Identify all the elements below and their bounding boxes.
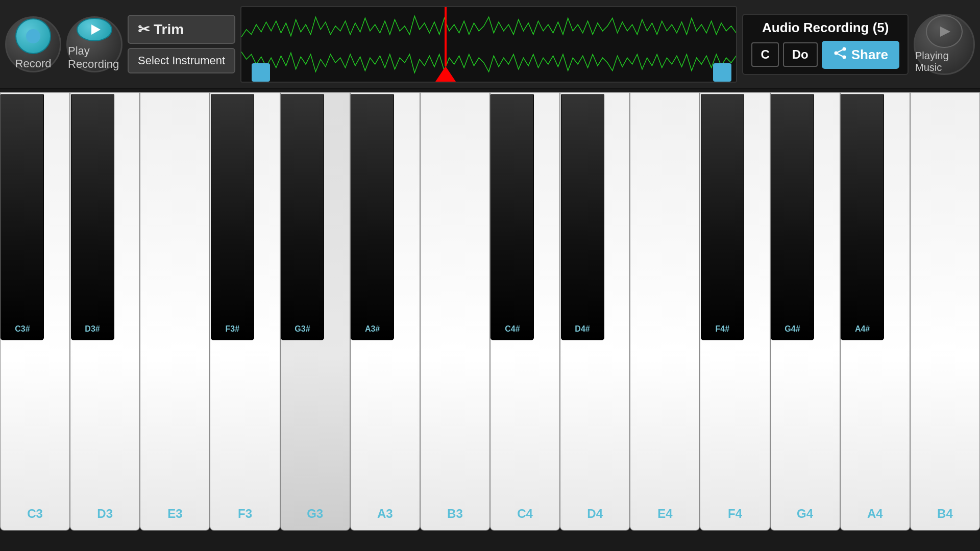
piano-container: C3D3E3F3G3A3B3C4D4E4F4G4A4B4C3#D3#F3#G3#… [0,89,980,538]
black-key-label-G4s: G4# [785,324,800,334]
record-icon [15,18,51,54]
black-key-label-G3s: G3# [295,324,310,334]
white-key-B3[interactable]: B3 [420,92,490,531]
share-icon [833,46,847,64]
playing-music-label: Playing Music [915,50,973,73]
white-key-label-F4: F4 [728,507,742,521]
black-key-D3s[interactable]: D3# [71,94,114,340]
top-bar: Record Play Recording ✂ Trim Select Inst… [0,0,980,89]
black-key-F3s[interactable]: F3# [211,94,254,340]
playing-music-button[interactable]: Playing Music [914,14,975,75]
white-key-E3[interactable]: E3 [140,92,210,531]
share-button[interactable]: Share [822,41,899,69]
white-key-label-A4: A4 [867,507,883,521]
white-key-label-F3: F3 [238,507,252,521]
share-label: Share [851,47,888,63]
black-key-C3s[interactable]: C3# [1,94,44,340]
white-key-E4[interactable]: E4 [630,92,700,531]
white-key-label-B3: B3 [447,507,463,521]
black-key-D4s[interactable]: D4# [561,94,604,340]
white-key-label-G3: G3 [307,507,323,521]
scissors-icon: ✂ [138,21,150,38]
piano-keys: C3D3E3F3G3A3B3C4D4E4F4G4A4B4C3#D3#F3#G3#… [0,92,980,531]
svg-line-7 [836,53,844,57]
playhead[interactable] [445,7,447,66]
select-instrument-button[interactable]: Select Instrument [128,48,235,73]
trim-select-group: ✂ Trim Select Instrument [128,15,235,73]
black-key-label-C3s: C3# [15,324,30,334]
playing-music-icon [926,15,963,48]
waveform-svg [241,7,736,82]
black-key-label-A4s: A4# [855,324,870,334]
white-key-label-A3: A3 [377,507,393,521]
audio-recording-panel: Audio Recording (5) C Do Share [742,14,909,75]
black-key-G3s[interactable]: G3# [281,94,324,340]
black-key-label-D3s: D3# [85,324,100,334]
solfege-badge: Do [783,42,818,67]
trim-label: Trim [154,21,184,38]
white-key-label-C3: C3 [27,507,43,521]
white-key-label-D4: D4 [587,507,603,521]
waveform-container[interactable] [240,6,737,83]
svg-line-6 [836,49,844,53]
black-key-label-F4s: F4# [716,324,730,334]
black-key-label-D4s: D4# [575,324,590,334]
black-key-G4s[interactable]: G4# [771,94,814,340]
trim-handle-left[interactable] [252,63,270,82]
playhead-triangle [435,66,456,82]
key-badge: C [751,42,778,67]
white-key-label-G4: G4 [797,507,813,521]
trim-button[interactable]: ✂ Trim [128,15,235,44]
white-key-label-C4: C4 [517,507,533,521]
black-key-label-C4s: C4# [505,324,520,334]
trim-handle-right[interactable] [713,63,731,82]
white-key-label-E4: E4 [657,507,672,521]
svg-marker-1 [91,24,101,35]
play-recording-icon [77,18,112,41]
record-button[interactable]: Record [5,16,61,72]
play-recording-label: Play Recording [68,44,121,71]
audio-recording-title: Audio Recording (5) [751,20,899,36]
white-key-B4[interactable]: B4 [910,92,980,531]
white-key-label-B4: B4 [937,507,953,521]
black-key-label-A3s: A3# [365,324,380,334]
select-instrument-label: Select Instrument [138,54,225,67]
black-key-C4s[interactable]: C4# [491,94,534,340]
record-label: Record [15,57,52,70]
svg-point-0 [26,29,40,43]
white-key-label-E3: E3 [167,507,182,521]
black-key-label-F3s: F3# [226,324,240,334]
svg-marker-8 [940,27,950,37]
white-key-label-D3: D3 [97,507,113,521]
black-key-A3s[interactable]: A3# [351,94,394,340]
black-key-F4s[interactable]: F4# [701,94,744,340]
play-recording-button[interactable]: Play Recording [66,16,122,72]
audio-controls-row: C Do Share [751,41,899,69]
black-key-A4s[interactable]: A4# [841,94,884,340]
